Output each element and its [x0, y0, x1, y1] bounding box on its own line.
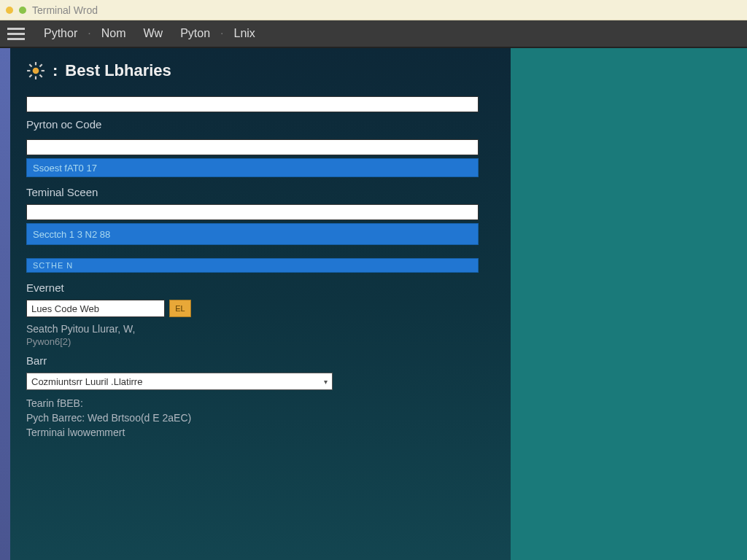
- result-text: Ssoest fAT0 17: [33, 163, 97, 174]
- status-bar-small[interactable]: SCTHE N: [26, 258, 479, 273]
- svg-line-8: [39, 64, 42, 66]
- page-title: Best Lbharies: [65, 61, 171, 80]
- result-bar-terminal-screen[interactable]: Secctch 1 3 N2 88: [26, 223, 479, 245]
- event-action-button[interactable]: EL: [169, 300, 191, 317]
- event-button-label: EL: [175, 304, 185, 313]
- result-bar-python-code[interactable]: Ssoest fAT0 17: [26, 158, 479, 177]
- menu-item-pythor[interactable]: Pythor: [35, 21, 86, 46]
- info-search-line1: Seatch Pyitou Llurar, W,: [26, 323, 495, 335]
- hamburger-menu-icon[interactable]: [7, 25, 25, 42]
- label-bar: Barr: [26, 354, 495, 367]
- window-titlebar: Terminal Wrod: [0, 0, 747, 20]
- footer-line-3: Terminai lwowemmert: [26, 427, 495, 438]
- menu-divider: ·: [219, 27, 225, 40]
- bar-select-value: Cozmiuntsrr Luuril .Llatirre: [31, 376, 142, 387]
- footer-line-2: Pych Barrec: Wed Brtsoo(d E 2aEC): [26, 412, 495, 424]
- menu-item-nom[interactable]: Nom: [93, 21, 135, 46]
- chevron-down-icon: ▾: [324, 378, 328, 386]
- menu-item-pyton[interactable]: Pyton: [171, 21, 219, 46]
- footer-lines: Tearin fBEB: Pych Barrec: Wed Brtsoo(d E…: [26, 397, 495, 438]
- window-title: Terminal Wrod: [32, 4, 98, 16]
- search-input-top[interactable]: [26, 96, 479, 112]
- gear-icon: [26, 61, 45, 80]
- input-python-code[interactable]: [26, 139, 479, 155]
- window-control-minimize[interactable]: [6, 7, 13, 14]
- bar-select[interactable]: Cozmiuntsrr Luuril .Llatirre ▾: [26, 373, 333, 390]
- svg-point-0: [33, 68, 39, 74]
- page-title-row: : Best Lbharies: [26, 61, 495, 80]
- label-event: Evernet: [26, 281, 495, 294]
- status-text: SCTHE N: [33, 261, 73, 270]
- svg-line-7: [29, 74, 31, 77]
- window-control-maximize[interactable]: [19, 7, 26, 14]
- page-title-colon: :: [53, 61, 58, 80]
- menu-item-lnix[interactable]: Lnix: [225, 21, 264, 46]
- menu-item-ww[interactable]: Ww: [134, 21, 171, 46]
- menubar: Pythor · Nom Ww Pyton · Lnix: [0, 20, 747, 48]
- left-accent-strip: [0, 48, 10, 560]
- svg-line-6: [39, 74, 42, 77]
- menu-divider: ·: [86, 27, 92, 40]
- workspace: : Best Lbharies Pyrton oc Code Ssoest fA…: [0, 48, 747, 560]
- label-terminal-screen: Teminal Sceen: [26, 186, 495, 198]
- label-python-code: Pyrton oc Code: [26, 118, 495, 131]
- svg-line-5: [29, 64, 31, 66]
- result-text: Secctch 1 3 N2 88: [33, 229, 110, 240]
- input-event[interactable]: [26, 300, 165, 317]
- main-panel: : Best Lbharies Pyrton oc Code Ssoest fA…: [10, 48, 511, 560]
- side-panel: [511, 48, 747, 560]
- input-terminal-screen[interactable]: [26, 204, 479, 220]
- info-search-line2: Pywon6[2): [26, 336, 495, 347]
- footer-line-1: Tearin fBEB:: [26, 397, 495, 409]
